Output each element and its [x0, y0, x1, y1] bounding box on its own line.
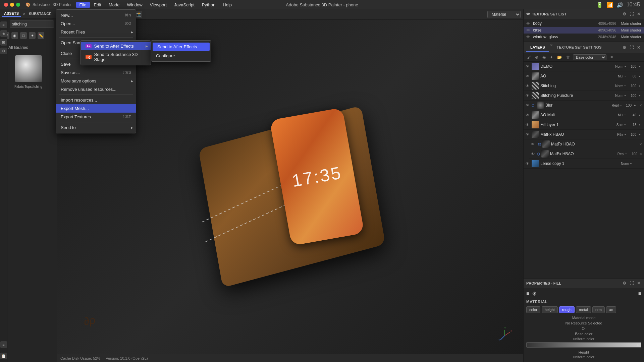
props-icon-settings[interactable]: ≡ [638, 291, 641, 297]
ch-metal[interactable]: metal [576, 306, 591, 313]
menu-edit[interactable]: Edit [91, 2, 105, 8]
toolbar-icon-1[interactable]: ≡ [0, 21, 7, 28]
layer-tool-copy[interactable]: ⊕ [534, 54, 540, 60]
tool-brush-icon[interactable]: ◉ [11, 32, 18, 39]
layer-row-ao[interactable]: 👁 AO Mul ~ 88 ▸ [524, 71, 644, 81]
menu-file[interactable]: File [76, 2, 90, 8]
tool-pen-icon[interactable]: ✏️ [38, 32, 44, 39]
vis-stitching[interactable]: 👁 [526, 84, 530, 88]
layer-row-fill[interactable]: 👁 Fill layer 1 Scrn ~ 13 ▸ [524, 120, 644, 130]
menu-window[interactable]: Window [123, 2, 146, 8]
texture-set-close-icon[interactable]: ✕ [636, 11, 641, 17]
props-close-icon[interactable]: ✕ [636, 280, 641, 286]
ch-color[interactable]: color [526, 306, 540, 313]
ae-send-button[interactable]: Send to After Effects [153, 43, 210, 51]
all-libraries[interactable]: ▶ All libraries [3, 44, 54, 51]
menu-remove-unused[interactable]: Remove unused resources... [56, 85, 136, 94]
layer-row-hbao-child1[interactable]: 👁 ⛓ MatFx HBAO ✕ [529, 139, 644, 149]
texture-set-settings-icon[interactable]: ⚙ [622, 11, 627, 17]
opacity-arrow-hbao-parent[interactable]: ▸ [638, 132, 642, 137]
layer-row-demo[interactable]: 👁 DEMO Norm ~ 100 ▸ [524, 62, 644, 71]
color-bar[interactable]: ▶ [526, 342, 641, 348]
toolbar-icon-bottom-2[interactable]: 📋 [0, 353, 7, 359]
props-icon-layers[interactable]: ≡ [526, 291, 529, 297]
layer-tool-mask[interactable]: ◉ [541, 54, 547, 60]
opacity-arrow-demo[interactable]: ▸ [638, 64, 642, 69]
texture-set-expand-icon[interactable]: ⛶ [629, 11, 635, 17]
texture-row-glass[interactable]: 👁 window_glass 2048x2048 Main shader [524, 34, 644, 40]
layer-tool-delete[interactable]: 🗑 [565, 54, 572, 60]
window-controls[interactable] [4, 3, 20, 7]
ch-nrm[interactable]: nrm [592, 306, 605, 313]
vis-icon-case[interactable]: 👁 [526, 28, 531, 32]
blend-mode-select[interactable]: Base color Normal Multiply [573, 54, 606, 60]
layer-row-aomult[interactable]: 👁 AO Mult Mul ~ 46 ▸ [524, 110, 644, 120]
tool-shape-icon[interactable]: □ [20, 32, 27, 39]
maximize-button[interactable] [16, 3, 20, 7]
menu-more-save[interactable]: More save options [56, 77, 136, 85]
sendto-ae-entry[interactable]: Ae Send to After Effects [81, 42, 151, 50]
layer-tool-brush[interactable]: 🖌 [526, 54, 532, 60]
menu-help[interactable]: Help [219, 2, 235, 8]
layers-settings-icon[interactable]: ⚙ [622, 45, 627, 51]
sendto-stager-entry[interactable]: Sg Send to Substance 3D Stager [81, 50, 151, 64]
menu-save-as[interactable]: Save as... ⇧⌘S [56, 68, 136, 77]
texture-row-case[interactable]: 👁 case 4096x4096 Main shader [524, 27, 644, 34]
opacity-arrow-aomult[interactable]: ▸ [638, 113, 642, 117]
props-expand-icon[interactable]: ⛶ [629, 280, 635, 286]
vis-hbao-c2[interactable]: 👁 [531, 152, 536, 156]
vis-aomult[interactable]: 👁 [526, 113, 530, 117]
vis-hbao-c1[interactable]: 👁 [531, 142, 536, 146]
layer-tool-fx[interactable]: ✦ [548, 54, 554, 60]
search-input[interactable] [10, 20, 54, 28]
ch-rough[interactable]: rough [559, 306, 575, 313]
close-hbao-c2[interactable]: ✕ [639, 152, 642, 156]
layers-expand-icon[interactable]: ⛶ [629, 45, 635, 51]
vis-hbao-parent[interactable]: 👁 [526, 132, 530, 136]
ch-height[interactable]: height [542, 306, 558, 313]
close-blur[interactable]: ✕ [639, 104, 642, 107]
menu-import[interactable]: Import resources... [56, 96, 136, 104]
tool-alpha-icon[interactable]: ✦ [29, 32, 36, 39]
layer-row-blur[interactable]: 👁 ⬡ Blur Repl ~ 100 ▸ ✕ [524, 101, 644, 110]
menu-export-textures[interactable]: Export Textures... ⇧⌘E [56, 113, 136, 121]
menu-mode[interactable]: Mode [105, 2, 123, 8]
menu-recent-files[interactable]: Recent Files [56, 28, 136, 36]
tab-layers[interactable]: LAYERS [526, 44, 549, 52]
vis-fill[interactable]: 👁 [526, 123, 530, 127]
tab-assets[interactable]: ASSETS [2, 11, 21, 17]
layer-row-hbao-child2[interactable]: 👁 ⬡ MatFx HBAO Repl ~ 100 ✕ [529, 149, 644, 159]
menu-open[interactable]: Open... ⌘O [56, 19, 136, 28]
toolbar-icon-4[interactable]: ⚙ [0, 48, 7, 54]
layers-close-icon[interactable]: ✕ [636, 45, 641, 51]
tab-assets-close[interactable]: ✕ [23, 12, 25, 16]
vis-demo[interactable]: 👁 [526, 64, 530, 68]
vis-icon-glass[interactable]: 👁 [526, 35, 531, 39]
layer-tool-add[interactable]: 📂 [556, 54, 564, 60]
layer-tool-settings[interactable]: ≡ [609, 54, 614, 60]
vis-puncture[interactable]: 👁 [526, 94, 530, 98]
vis-lense[interactable]: 👁 [526, 162, 530, 166]
layer-row-lense[interactable]: 👁 Lense copy 1 Norm ~ [524, 159, 644, 169]
layer-row-stitching-puncture[interactable]: 👁 Stitching Puncture Norm ~ 100 ▸ [524, 91, 644, 101]
minimize-button[interactable] [10, 3, 14, 7]
opacity-arrow-fill[interactable]: ▸ [638, 122, 642, 127]
menu-python[interactable]: Python [199, 2, 219, 8]
close-button[interactable] [4, 3, 8, 7]
vis-blur[interactable]: 👁 [526, 103, 530, 107]
layer-row-hbao-parent[interactable]: 👁 MatFx HBAO Pthr ~ 100 ▸ [524, 130, 644, 139]
layer-row-stitching[interactable]: 👁 Stitching Norm ~ 100 ▸ [524, 81, 644, 91]
material-dropdown[interactable]: Material Base Color Roughness [487, 11, 521, 18]
menu-export-mesh[interactable]: Export Mesh... [56, 104, 136, 113]
texture-row-body[interactable]: 👁 body 4096x4096 Main shader [524, 20, 644, 27]
opacity-arrow-stitching[interactable]: ▸ [638, 83, 642, 88]
vis-icon-body[interactable]: 👁 [526, 21, 531, 25]
close-hbao-c1[interactable]: ✕ [639, 142, 642, 146]
props-icon-sun[interactable]: ☀ [532, 291, 537, 297]
tab-substance[interactable]: SUBSTANCE [27, 11, 54, 16]
menu-send-to[interactable]: Send to [56, 123, 136, 132]
props-settings-icon[interactable]: ⚙ [622, 280, 627, 286]
opacity-arrow-blur[interactable]: ▸ [633, 103, 637, 108]
ch-ao[interactable]: ao [606, 306, 616, 313]
opacity-arrow-puncture[interactable]: ▸ [638, 93, 642, 98]
